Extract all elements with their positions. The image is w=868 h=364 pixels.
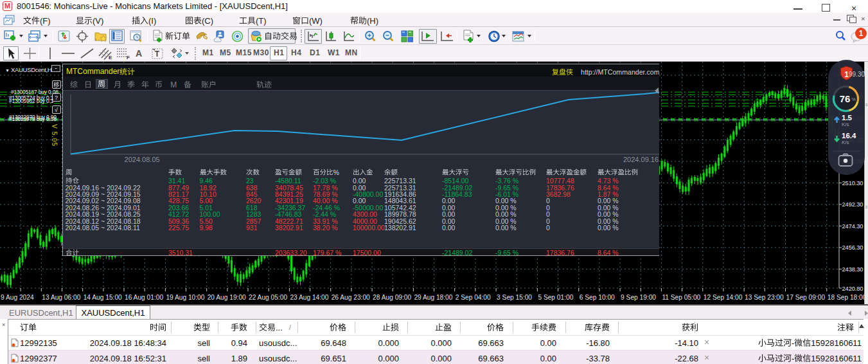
svg-text:9 Aug 2024: 9 Aug 2024 [1, 294, 34, 301]
svg-text:23 Aug 14:00: 23 Aug 14:00 [290, 294, 328, 301]
svg-text:18 Sep 18:00: 18 Sep 18:00 [828, 294, 865, 301]
svg-text:6 Sep 10:00: 6 Sep 10:00 [580, 294, 615, 301]
svg-text:15928160611: 15928160611 [811, 354, 862, 363]
svg-text:2420.80: 2420.80 [842, 286, 864, 292]
svg-text:(C): (C) [202, 16, 213, 26]
svg-text:3 Sep 15:00: 3 Sep 15:00 [497, 294, 532, 301]
svg-text:20 Aug 19:00: 20 Aug 19:00 [208, 294, 246, 301]
svg-text:15928160611: 15928160611 [811, 338, 862, 348]
svg-text:K/s: K/s [842, 122, 849, 127]
svg-text:%: % [852, 97, 856, 102]
svg-text:11 Sep 05:00: 11 Sep 05:00 [662, 294, 700, 301]
svg-text:K/s: K/s [842, 140, 849, 145]
svg-text:26 Aug 23:00: 26 Aug 23:00 [332, 294, 370, 301]
svg-text:29 Aug 18:00: 29 Aug 18:00 [414, 294, 452, 301]
svg-text:13 Aug 06:00: 13 Aug 06:00 [42, 294, 80, 301]
svg-text:E: E [109, 55, 112, 60]
svg-text:-: - [792, 354, 794, 363]
svg-text:5 Sep 01:00: 5 Sep 01:00 [538, 294, 573, 301]
svg-text:9 Sep 19:00: 9 Sep 19:00 [621, 294, 656, 301]
svg-text:13 Sep 23:00: 13 Sep 23:00 [745, 294, 784, 301]
svg-text:(I): (I) [148, 16, 156, 26]
svg-text:14 Aug 15:00: 14 Aug 15:00 [84, 294, 122, 301]
svg-text:-: - [792, 338, 794, 348]
svg-text:(W): (W) [309, 16, 323, 26]
svg-text:2492.30: 2492.30 [842, 201, 864, 208]
svg-text:1: 1 [859, 29, 864, 38]
svg-text:76: 76 [840, 93, 851, 104]
svg-text:(H): (H) [367, 16, 378, 26]
svg-text:12 Sep 14:00: 12 Sep 14:00 [704, 294, 743, 301]
svg-text:2510.30: 2510.30 [842, 180, 864, 187]
svg-text:2 Sep 04:00: 2 Sep 04:00 [456, 294, 491, 301]
svg-text:2474.30: 2474.30 [842, 223, 864, 230]
svg-text:16 Aug 01:00: 16 Aug 01:00 [125, 294, 163, 301]
svg-text:17 Sep 09:00: 17 Sep 09:00 [786, 294, 826, 301]
svg-text:(F): (F) [40, 16, 51, 26]
svg-text:%: % [333, 168, 339, 176]
svg-text:1.5: 1.5 [842, 114, 853, 122]
svg-text:T: T [155, 50, 160, 59]
svg-text:28 Aug 09:00: 28 Aug 09:00 [373, 294, 411, 301]
svg-text:...: ... [276, 323, 283, 332]
svg-text:F: F [127, 55, 130, 60]
svg-text:19 Aug 10:00: 19 Aug 10:00 [166, 294, 204, 301]
svg-text:2438.30: 2438.30 [842, 266, 864, 273]
svg-text:(T): (T) [256, 16, 267, 26]
svg-text:2456.30: 2456.30 [842, 244, 864, 251]
svg-text:16.4: 16.4 [842, 132, 856, 140]
svg-text:22 Aug 05:00: 22 Aug 05:00 [249, 294, 287, 301]
svg-text:(V): (V) [93, 16, 103, 26]
